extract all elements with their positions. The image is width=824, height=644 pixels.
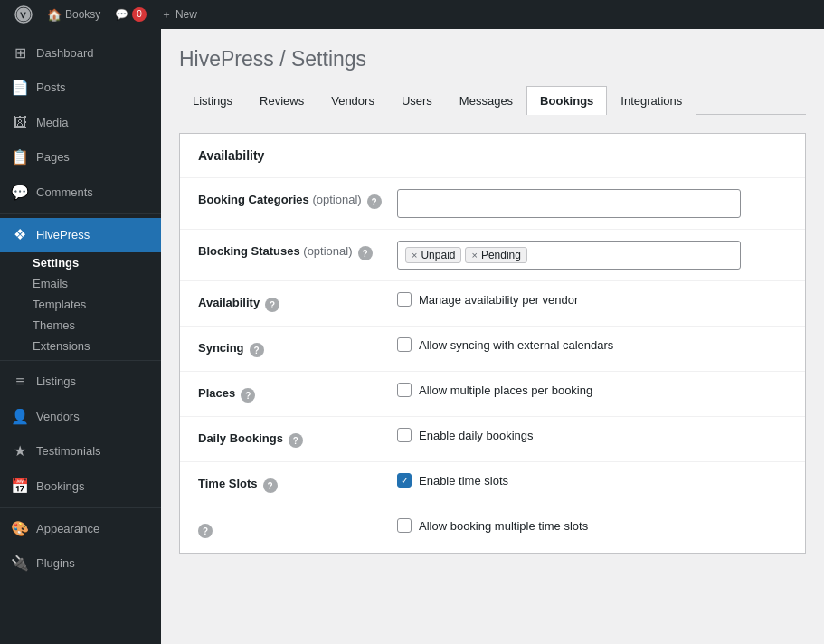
tag-pending-remove[interactable]: × [471, 250, 477, 260]
checkbox-places[interactable] [397, 383, 412, 397]
sidebar-divider [0, 213, 161, 214]
checkbox-daily-bookings[interactable] [397, 428, 412, 442]
checkbox-row-time-slots: Enable time slots [397, 473, 508, 488]
help-icon-syncing[interactable]: ? [250, 343, 264, 357]
help-icon-booking-categories[interactable]: ? [367, 194, 382, 209]
sidebar-item-label: Comments [36, 185, 93, 201]
help-icon-places[interactable]: ? [241, 388, 255, 402]
checkbox-time-slots[interactable] [397, 473, 412, 488]
content-area: HivePress / Settings Listings Reviews Ve… [161, 29, 824, 644]
row-places: Places ? Allow multiple places per booki… [180, 372, 805, 417]
sidebar-item-label: Plugins [36, 555, 75, 572]
comment-count: 0 [132, 7, 147, 22]
sidebar-item-testimonials[interactable]: ★ Testimonials [0, 434, 161, 469]
sidebar-divider-2 [0, 360, 161, 361]
sidebar-item-vendors[interactable]: 👤 Vendors [0, 400, 161, 434]
tab-reviews[interactable]: Reviews [246, 86, 317, 115]
appearance-icon: 🎨 [11, 519, 29, 539]
blocking-statuses-input[interactable]: × Unpaid × Pending [397, 241, 741, 270]
tag-unpaid-remove[interactable]: × [412, 250, 417, 260]
sidebar-sub-themes[interactable]: Themes [33, 315, 161, 336]
row-daily-bookings: Daily Bookings ? Enable daily bookings [180, 417, 805, 462]
tag-unpaid: × Unpaid [405, 247, 461, 263]
sidebar-item-listings[interactable]: ≡ Listings [0, 365, 161, 399]
checkbox-row-availability: Manage availability per vendor [397, 292, 578, 307]
wp-logo-icon [14, 5, 33, 24]
checkbox-availability[interactable] [397, 292, 412, 307]
checkbox-row-multiple-time-slots: Allow booking multiple time slots [397, 518, 588, 533]
wp-logo-button[interactable] [7, 0, 40, 29]
site-name-button[interactable]: 🏠 Booksy [40, 0, 108, 29]
sidebar-item-appearance[interactable]: 🎨 Appearance [0, 512, 161, 546]
sidebar-item-label: Pages [36, 149, 70, 166]
sidebar-item-label: Vendors [36, 409, 80, 425]
new-button[interactable]: ＋ New [154, 0, 204, 29]
control-multiple-time-slots: Allow booking multiple time slots [397, 518, 787, 533]
tab-users[interactable]: Users [388, 86, 446, 115]
dashboard-icon: ⊞ [11, 43, 29, 63]
tab-messages[interactable]: Messages [446, 86, 526, 115]
row-blocking-statuses: Blocking Statuses (optional) ? × Unpaid … [180, 230, 805, 281]
help-icon-blocking-statuses[interactable]: ? [358, 246, 373, 260]
sidebar-item-label: HivePress [36, 227, 90, 243]
help-icon-time-slots[interactable]: ? [263, 478, 278, 493]
sidebar-sub-extensions[interactable]: Extensions [33, 336, 161, 356]
sidebar-item-comments[interactable]: 💬 Comments [0, 175, 161, 210]
page-title: HivePress / Settings [179, 47, 806, 71]
site-name: Booksy [65, 8, 100, 21]
posts-icon: 📄 [11, 78, 29, 98]
sidebar-divider-3 [0, 507, 161, 508]
sidebar-item-pages[interactable]: 📋 Pages [0, 140, 161, 175]
plugins-icon: 🔌 [11, 554, 29, 573]
admin-bar: 🏠 Booksy 💬 0 ＋ New [0, 0, 824, 29]
control-daily-bookings: Enable daily bookings [397, 428, 787, 442]
comments-icon: 💬 [11, 183, 29, 203]
sidebar-sub-templates[interactable]: Templates [33, 294, 161, 315]
booking-categories-input[interactable] [397, 189, 741, 218]
sidebar-item-posts[interactable]: 📄 Posts [0, 71, 161, 105]
checkbox-row-places: Allow multiple places per booking [397, 383, 592, 397]
sidebar-item-label: Bookings [36, 478, 84, 495]
help-icon-availability[interactable]: ? [265, 298, 279, 312]
checkbox-multiple-time-slots[interactable] [397, 518, 412, 533]
sidebar-item-dashboard[interactable]: ⊞ Dashboard [0, 36, 161, 71]
sidebar-item-label: Listings [36, 374, 76, 390]
pages-icon: 📋 [11, 147, 29, 167]
house-icon: 🏠 [47, 8, 62, 22]
sidebar-item-label: Posts [36, 80, 66, 96]
tab-vendors[interactable]: Vendors [317, 86, 388, 115]
listings-icon: ≡ [11, 372, 29, 392]
control-availability: Manage availability per vendor [397, 292, 787, 307]
comments-button[interactable]: 💬 0 [108, 0, 154, 29]
checkbox-label-multiple-time-slots: Allow booking multiple time slots [419, 519, 588, 533]
sidebar-item-bookings[interactable]: 📅 Bookings [0, 469, 161, 504]
testimonials-icon: ★ [11, 441, 29, 461]
label-places: Places ? [198, 383, 397, 402]
sidebar-item-label: Dashboard [36, 45, 94, 62]
settings-panel: Availability Booking Categories (optiona… [179, 133, 806, 554]
row-syncing: Syncing ? Allow syncing with external ca… [180, 327, 805, 372]
checkbox-syncing[interactable] [397, 337, 412, 352]
tab-bookings[interactable]: Bookings [526, 86, 607, 115]
tag-pending: × Pending [465, 247, 526, 263]
sidebar-sub-emails[interactable]: Emails [33, 273, 161, 294]
checkbox-label-time-slots: Enable time slots [419, 474, 508, 488]
sidebar-sub-settings[interactable]: Settings [33, 252, 161, 273]
row-booking-categories: Booking Categories (optional) ? [180, 178, 805, 230]
label-time-slots: Time Slots ? [198, 473, 397, 493]
sidebar-item-hivepress[interactable]: ❖ HivePress [0, 218, 161, 252]
control-blocking-statuses: × Unpaid × Pending [397, 241, 787, 270]
label-blocking-statuses: Blocking Statuses (optional) ? [198, 241, 397, 260]
sidebar-item-label: Media [36, 115, 68, 131]
control-syncing: Allow syncing with external calendars [397, 337, 787, 352]
control-booking-categories [397, 189, 787, 218]
page-separator: / [274, 47, 291, 71]
tab-listings[interactable]: Listings [179, 86, 246, 115]
tab-integrations[interactable]: Integrations [607, 86, 696, 115]
sidebar-item-plugins[interactable]: 🔌 Plugins [0, 546, 161, 581]
control-time-slots: Enable time slots [397, 473, 787, 488]
sidebar-item-media[interactable]: 🖼 Media [0, 106, 161, 140]
row-multiple-time-slots: ? Allow booking multiple time slots [180, 507, 805, 553]
help-icon-daily-bookings[interactable]: ? [289, 433, 303, 448]
help-icon-multiple-time-slots[interactable]: ? [198, 524, 213, 538]
